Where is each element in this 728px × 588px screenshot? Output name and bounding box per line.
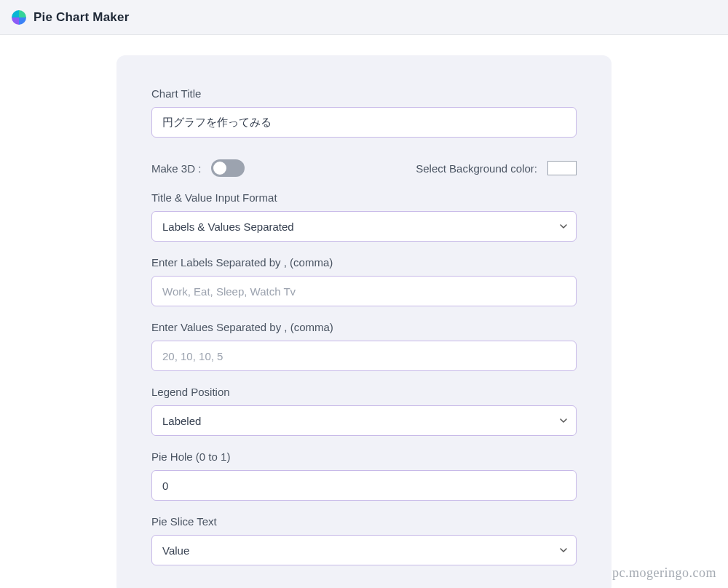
labels-field: Enter Labels Separated by , (comma) [151,256,577,306]
bg-color-picker[interactable] [547,161,577,175]
bg-color-label: Select Background color: [416,162,537,175]
make-3d-group: Make 3D : [151,159,245,177]
labels-input[interactable] [151,276,577,306]
labels-label: Enter Labels Separated by , (comma) [151,256,577,269]
values-label: Enter Values Separated by , (comma) [151,321,577,333]
chart-config-card: Chart Title Make 3D : Select Background … [116,55,612,588]
make-3d-label: Make 3D : [151,162,201,175]
pie-hole-input[interactable] [151,470,577,501]
pie-slice-text-select[interactable]: Value [151,535,577,565]
values-field: Enter Values Separated by , (comma) [151,321,577,371]
pie-slice-text-field: Pie Slice Text Value [151,515,577,565]
pie-slice-text-label: Pie Slice Text [151,515,577,528]
input-format-select[interactable]: Labels & Values Separated [151,211,577,242]
legend-position-label: Legend Position [151,386,577,398]
pie-chart-icon [10,9,28,26]
bg-color-group: Select Background color: [416,161,577,175]
chart-title-field: Chart Title [151,87,577,138]
values-input[interactable] [151,341,577,371]
input-format-field: Title & Value Input Format Labels & Valu… [151,191,577,242]
row-3d-and-bgcolor: Make 3D : Select Background color: [151,159,577,177]
page-body: Chart Title Make 3D : Select Background … [0,35,728,588]
chart-title-input[interactable] [151,107,577,138]
legend-position-field: Legend Position Labeled [151,386,577,436]
pie-hole-label: Pie Hole (0 to 1) [151,450,577,463]
app-header: Pie Chart Maker [0,0,728,35]
input-format-label: Title & Value Input Format [151,191,577,204]
make-3d-toggle[interactable] [211,159,245,177]
brand: Pie Chart Maker [10,9,130,26]
legend-position-select[interactable]: Labeled [151,405,577,436]
app-title: Pie Chart Maker [33,10,130,25]
pie-hole-field: Pie Hole (0 to 1) [151,450,577,501]
chart-title-label: Chart Title [151,87,577,100]
